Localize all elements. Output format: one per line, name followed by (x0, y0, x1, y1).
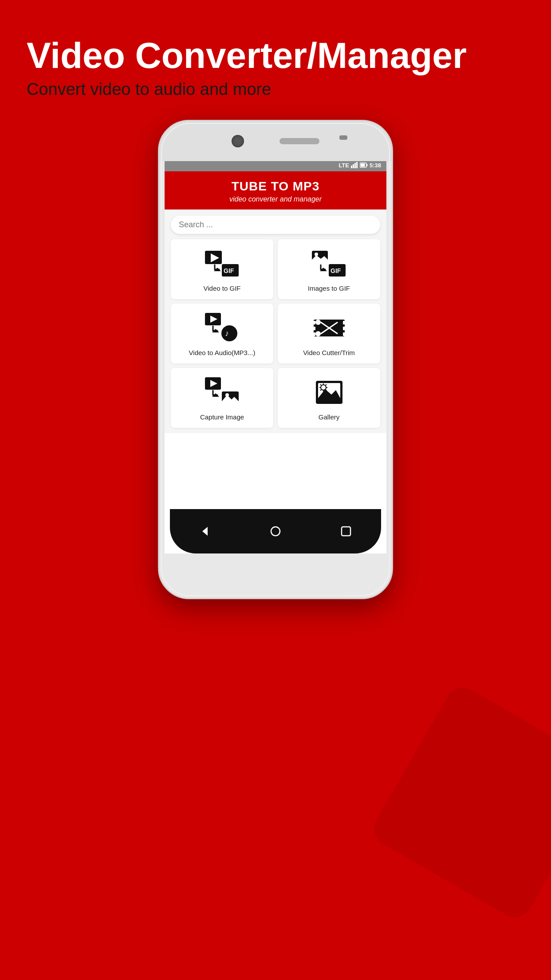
back-button[interactable] (196, 522, 214, 540)
svg-line-48 (320, 384, 321, 385)
video-cutter-icon (311, 312, 347, 344)
time-display: 5:38 (370, 162, 381, 169)
home-sensor (339, 135, 347, 140)
signal-icon (351, 162, 358, 168)
svg-rect-25 (312, 327, 315, 330)
images-to-gif-item[interactable]: GIF Images to GIF (278, 239, 380, 299)
svg-point-21 (221, 325, 237, 341)
images-gif-icon: GIF (311, 248, 347, 279)
speaker (279, 138, 319, 144)
svg-text:GIF: GIF (331, 267, 341, 274)
svg-rect-5 (366, 164, 367, 166)
capture-image-item[interactable]: Capture Image (171, 368, 273, 428)
svg-rect-0 (351, 166, 352, 168)
feature-grid: GIF Video to GIF (165, 234, 386, 433)
battery-icon (360, 162, 368, 168)
svg-text:GIF: GIF (224, 267, 234, 274)
search-input[interactable] (179, 220, 372, 229)
svg-point-32 (315, 320, 321, 325)
app-header: TUBE TO MP3 video converter and manager (165, 171, 386, 209)
svg-point-53 (271, 527, 280, 536)
camera-icon (232, 135, 244, 147)
search-container[interactable] (171, 216, 380, 234)
video-cutter-label: Video Cutter/Trim (303, 349, 355, 356)
video-to-gif-label: Video to GIF (204, 285, 241, 292)
svg-point-14 (315, 253, 318, 256)
svg-point-39 (225, 393, 229, 397)
svg-line-50 (320, 390, 321, 391)
svg-rect-29 (343, 332, 346, 336)
phone-mockup: LTE 5:38 TUBE TO MP3 video converter and… (158, 120, 393, 599)
svg-marker-52 (202, 527, 208, 536)
home-button[interactable] (267, 522, 284, 540)
video-cutter-item[interactable]: Video Cutter/Trim (278, 304, 380, 364)
svg-rect-1 (353, 164, 354, 168)
svg-line-49 (326, 390, 327, 391)
svg-rect-27 (343, 321, 346, 324)
gallery-item[interactable]: Gallery (278, 368, 380, 428)
video-to-audio-label: Video to Audio(MP3...) (189, 349, 256, 356)
capture-image-label: Capture Image (200, 413, 244, 421)
svg-rect-26 (312, 332, 315, 336)
phone-bottom (159, 553, 392, 598)
svg-point-33 (315, 331, 321, 336)
svg-rect-3 (356, 162, 358, 168)
svg-rect-28 (343, 327, 346, 330)
video-audio-icon: ♪ (205, 312, 240, 344)
network-indicator: LTE (338, 162, 349, 169)
recent-button[interactable] (337, 522, 355, 540)
svg-rect-6 (360, 164, 365, 167)
gallery-icon (311, 377, 347, 408)
app-title: TUBE TO MP3 (169, 179, 382, 194)
svg-line-51 (326, 384, 327, 385)
page-title: Video Converter/Manager (27, 36, 467, 75)
gallery-label: Gallery (319, 413, 340, 421)
svg-text:♪: ♪ (225, 329, 229, 338)
svg-rect-2 (354, 163, 356, 168)
app-subtitle: video converter and manager (169, 195, 382, 203)
capture-image-icon (205, 377, 240, 408)
images-to-gif-label: Images to GIF (308, 285, 350, 292)
video-to-audio-item[interactable]: ♪ Video to Audio(MP3...) (171, 304, 273, 364)
video-to-gif-item[interactable]: GIF Video to GIF (171, 239, 273, 299)
svg-rect-24 (312, 321, 315, 324)
screen: LTE 5:38 TUBE TO MP3 video converter and… (165, 159, 386, 553)
content-area: GIF Video to GIF (165, 209, 386, 433)
status-icons: LTE 5:38 (338, 162, 381, 169)
page-subtitle: Convert video to audio and more (27, 80, 467, 99)
phone-top (159, 121, 392, 161)
page-header: Video Converter/Manager Convert video to… (27, 36, 467, 99)
svg-rect-54 (342, 527, 350, 536)
bottom-nav (170, 509, 381, 553)
video-gif-icon: GIF (205, 248, 240, 279)
bg-decoration (368, 681, 551, 924)
